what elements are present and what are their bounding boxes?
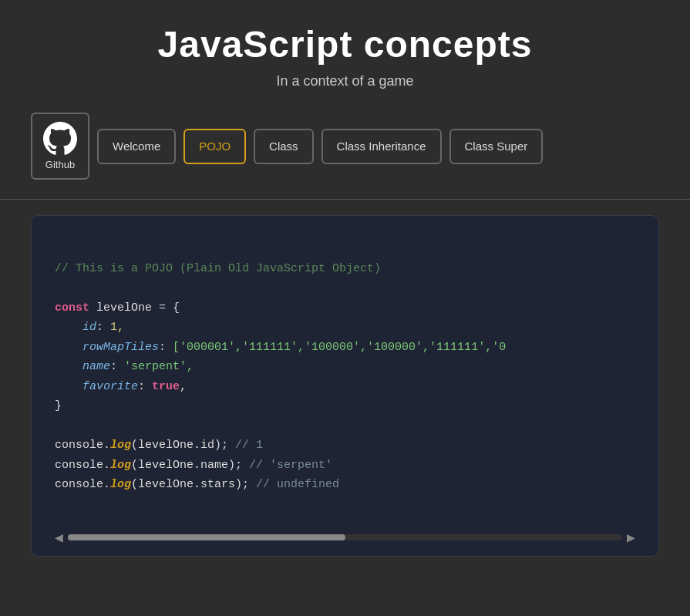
nav-btn-class-super-label: Class Super: [465, 140, 528, 153]
nav-btn-class-inheritance[interactable]: Class Inheritance: [321, 129, 442, 164]
scroll-left-arrow[interactable]: ◀: [55, 531, 63, 544]
nav-btn-welcome-label: Welcome: [113, 140, 160, 153]
code-colon3: :: [110, 360, 124, 373]
navbar: Github Welcome POJO Class Class Inherita…: [0, 105, 690, 191]
code-name-prop: name: [82, 360, 110, 373]
nav-btn-class[interactable]: Class: [254, 129, 314, 164]
code-colon1: :: [96, 321, 110, 334]
code-fav-prop: favorite: [82, 380, 138, 393]
code-console3: console.: [55, 478, 110, 491]
code-console2-args: (levelOne.name); // 'serpent': [131, 459, 332, 472]
code-id-val: 1,: [110, 321, 124, 334]
nav-btn-welcome[interactable]: Welcome: [97, 129, 176, 164]
github-label: Github: [45, 159, 75, 170]
code-comment: // This is a POJO (Plain Old JavaScript …: [55, 262, 381, 275]
page-subtitle: In a context of a game: [15, 73, 675, 89]
code-console2: console.: [55, 459, 110, 472]
header: JavaScript concepts In a context of a ga…: [0, 0, 690, 105]
code-fav-comma: ,: [180, 380, 187, 393]
code-log2: log: [110, 459, 131, 472]
scrollbar-area: ◀ ▶: [55, 527, 635, 548]
code-colon2: :: [159, 341, 173, 354]
scroll-track[interactable]: [68, 534, 622, 540]
github-icon: [43, 122, 77, 156]
code-varname: levelOne: [96, 301, 152, 315]
page-wrapper: JavaScript concepts In a context of a ga…: [0, 0, 690, 557]
code-container: // This is a POJO (Plain Old JavaScript …: [31, 215, 659, 557]
nav-btn-class-label: Class: [269, 140, 298, 153]
code-close-brace: }: [55, 399, 62, 412]
code-name-val: 'serpent',: [124, 360, 194, 373]
code-colon4: :: [138, 380, 152, 393]
scroll-right-arrow[interactable]: ▶: [627, 531, 635, 544]
nav-btn-class-super[interactable]: Class Super: [449, 129, 544, 164]
nav-btn-pojo[interactable]: POJO: [183, 129, 246, 164]
code-fav-val: true: [152, 380, 180, 393]
code-block: // This is a POJO (Plain Old JavaScript …: [55, 239, 635, 514]
code-id-prop: id: [82, 321, 96, 334]
code-log3: log: [110, 478, 131, 491]
code-rowmap-val: ['000001','111111','100000','100000','11…: [173, 341, 506, 354]
page-title: JavaScript concepts: [15, 23, 675, 66]
code-console3-args: (levelOne.stars); // undefined: [131, 478, 339, 491]
scroll-thumb: [68, 534, 345, 540]
code-const: const: [55, 301, 89, 315]
nav-divider: [0, 199, 690, 200]
code-rowmap-prop: rowMapTiles: [82, 341, 159, 354]
code-assign: = {: [152, 301, 180, 315]
nav-btn-pojo-label: POJO: [199, 140, 231, 153]
code-console1-args: (levelOne.id); // 1: [131, 439, 263, 452]
nav-btn-class-inheritance-label: Class Inheritance: [337, 140, 426, 153]
code-console1: console.: [55, 439, 110, 452]
code-log1: log: [110, 439, 131, 452]
github-button[interactable]: Github: [31, 113, 89, 180]
